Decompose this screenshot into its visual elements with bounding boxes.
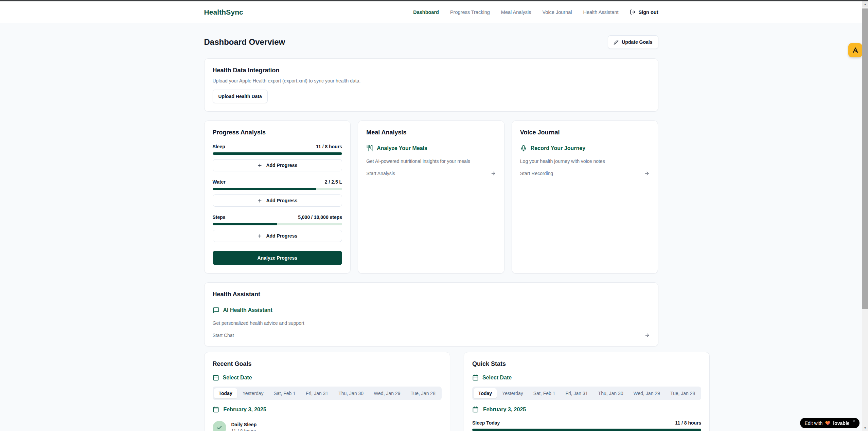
nav-item[interactable]: Voice Journal bbox=[542, 10, 572, 15]
card-title: Health Assistant bbox=[213, 291, 650, 298]
nav-item[interactable]: Dashboard bbox=[413, 10, 439, 15]
feature-description: Get personalized health advice and suppo… bbox=[213, 320, 650, 326]
heart-icon bbox=[825, 420, 831, 426]
recent-goals-card: Recent Goals Select Date TodayYesterdayS… bbox=[204, 352, 450, 431]
progress-bar-fill bbox=[213, 223, 278, 225]
feature-action[interactable]: Start Analysis bbox=[366, 171, 496, 176]
calendar-icon bbox=[213, 406, 219, 413]
metric-value: 11 / 8 hours bbox=[316, 144, 342, 149]
card-title: Progress Analysis bbox=[213, 129, 342, 136]
card-title: Health Data Integration bbox=[213, 67, 650, 74]
progress-bar-fill bbox=[213, 152, 342, 155]
nav-item[interactable]: Health Assistant bbox=[583, 10, 619, 15]
feature-link[interactable]: Record Your Journey bbox=[520, 145, 650, 152]
feature-link[interactable]: Analyze Your Meals bbox=[366, 145, 496, 152]
date-tab[interactable]: Yesterday bbox=[238, 388, 268, 398]
arrow-right-icon bbox=[644, 333, 650, 338]
goal-name: Daily Sleep bbox=[231, 422, 257, 427]
close-icon[interactable]: × bbox=[853, 419, 855, 423]
top-nav: HealthSync DashboardProgress TrackingMea… bbox=[0, 1, 868, 23]
date-tabs: TodayYesterdaySat, Feb 1Fri, Jan 31Thu, … bbox=[472, 387, 701, 400]
select-date-button[interactable]: Select Date bbox=[213, 374, 442, 381]
edit-badge-prefix: Edit with bbox=[804, 420, 822, 426]
app-logo[interactable]: HealthSync bbox=[204, 8, 243, 16]
date-tab[interactable]: Yesterday bbox=[497, 388, 528, 398]
plus-icon bbox=[257, 198, 262, 203]
card-description: Upload your Apple Health export (export.… bbox=[213, 78, 650, 83]
plus-icon bbox=[257, 233, 262, 239]
health-data-integration-card: Health Data Integration Upload your Appl… bbox=[204, 58, 658, 112]
date-tab[interactable]: Thu, Jan 30 bbox=[334, 388, 368, 398]
lovable-logo-icon bbox=[852, 46, 859, 54]
nav-item[interactable]: Meal Analysis bbox=[501, 10, 531, 15]
select-date-button[interactable]: Select Date bbox=[472, 374, 701, 381]
feature-card: Voice Journal Record Your Journey Log yo… bbox=[512, 120, 658, 274]
progress-bar bbox=[213, 188, 342, 190]
quick-stats-card: Quick Stats Select Date TodayYesterdaySa… bbox=[464, 352, 710, 431]
progress-bar bbox=[213, 152, 342, 155]
feature-link-label: AI Health Assistant bbox=[223, 307, 272, 313]
date-tabs: TodayYesterdaySat, Feb 1Fri, Jan 31Thu, … bbox=[213, 387, 442, 400]
main-nav: DashboardProgress TrackingMeal AnalysisV… bbox=[413, 9, 658, 15]
scrollbar-thumb[interactable] bbox=[862, 8, 868, 309]
metric-value: 5,000 / 10,000 steps bbox=[298, 214, 342, 220]
sign-out-button[interactable]: Sign out bbox=[630, 9, 658, 15]
stat-value: 11 / 8 hours bbox=[675, 420, 701, 426]
date-tab[interactable]: Wed, Jan 29 bbox=[629, 388, 665, 398]
ai-health-assistant-link[interactable]: AI Health Assistant bbox=[213, 307, 650, 314]
progress-bar-fill bbox=[213, 188, 316, 190]
date-tab[interactable]: Today bbox=[214, 388, 237, 398]
selected-date[interactable]: February 3, 2025 bbox=[472, 406, 701, 413]
date-tab[interactable]: Tue, Jan 28 bbox=[406, 388, 440, 398]
chat-bubble-icon bbox=[213, 307, 219, 314]
feature-description: Get AI-powered nutritional insights for … bbox=[366, 158, 496, 164]
selected-date[interactable]: February 3, 2025 bbox=[213, 406, 442, 413]
feature-action[interactable]: Start Recording bbox=[520, 171, 650, 176]
date-tab[interactable]: Sat, Feb 1 bbox=[269, 388, 300, 398]
start-chat-action[interactable]: Start Chat bbox=[213, 333, 650, 338]
progress-metric: Sleep 11 / 8 hours Add Progress bbox=[213, 144, 342, 171]
arrow-right-icon bbox=[491, 171, 496, 176]
progress-analysis-card: Progress Analysis Sleep 11 / 8 hours bbox=[204, 120, 351, 274]
card-title: Recent Goals bbox=[213, 360, 442, 368]
scroll-down-icon[interactable]: ▼ bbox=[862, 425, 868, 431]
date-tab[interactable]: Tue, Jan 28 bbox=[666, 388, 700, 398]
arrow-right-icon bbox=[644, 171, 650, 176]
vertical-scrollbar[interactable]: ▲ ▼ bbox=[862, 1, 868, 431]
lovable-editor-fab[interactable] bbox=[848, 43, 862, 57]
add-progress-button[interactable]: Add Progress bbox=[213, 230, 342, 242]
edit-badge-brand: lovable bbox=[833, 420, 849, 426]
add-progress-button[interactable]: Add Progress bbox=[213, 194, 342, 207]
card-title: Quick Stats bbox=[472, 360, 701, 368]
scroll-up-icon[interactable]: ▲ bbox=[862, 1, 868, 7]
microphone-icon bbox=[520, 145, 527, 152]
analyze-progress-button[interactable]: Analyze Progress bbox=[213, 251, 342, 265]
add-progress-button[interactable]: Add Progress bbox=[213, 159, 342, 171]
date-tab[interactable]: Today bbox=[474, 388, 497, 398]
date-tab[interactable]: Fri, Jan 31 bbox=[301, 388, 333, 398]
progress-metric: Water 2 / 2.5 L Add Progress bbox=[213, 179, 342, 207]
health-assistant-card: Health Assistant AI Health Assistant Get… bbox=[204, 282, 658, 346]
nav-item[interactable]: Progress Tracking bbox=[450, 10, 490, 15]
date-tab[interactable]: Fri, Jan 31 bbox=[561, 388, 592, 398]
page-title: Dashboard Overview bbox=[204, 37, 285, 47]
card-title: Voice Journal bbox=[520, 129, 650, 136]
progress-metric: Steps 5,000 / 10,000 steps Add Progress bbox=[213, 214, 342, 242]
metric-name: Water bbox=[213, 179, 226, 185]
update-goals-button[interactable]: Update Goals bbox=[608, 35, 658, 49]
upload-health-data-button[interactable]: Upload Health Data bbox=[213, 90, 268, 103]
date-tab[interactable]: Sat, Feb 1 bbox=[529, 388, 560, 398]
pencil-icon bbox=[614, 40, 619, 45]
progress-bar bbox=[213, 223, 342, 225]
quick-stat: Sleep Today 11 / 8 hours Add Progress bbox=[472, 420, 701, 431]
metric-value: 2 / 2.5 L bbox=[325, 179, 342, 185]
calendar-icon bbox=[472, 406, 479, 413]
date-tab[interactable]: Wed, Jan 29 bbox=[369, 388, 405, 398]
sign-out-label: Sign out bbox=[639, 10, 658, 15]
calendar-icon bbox=[472, 374, 479, 381]
goal-item: Daily Sleep 11 / 8 hours bbox=[213, 421, 442, 431]
feature-action-label: Start Chat bbox=[213, 333, 234, 338]
edit-with-lovable-badge[interactable]: Edit with lovable × bbox=[800, 418, 860, 428]
date-tab[interactable]: Thu, Jan 30 bbox=[594, 388, 628, 398]
metric-name: Steps bbox=[213, 214, 226, 220]
